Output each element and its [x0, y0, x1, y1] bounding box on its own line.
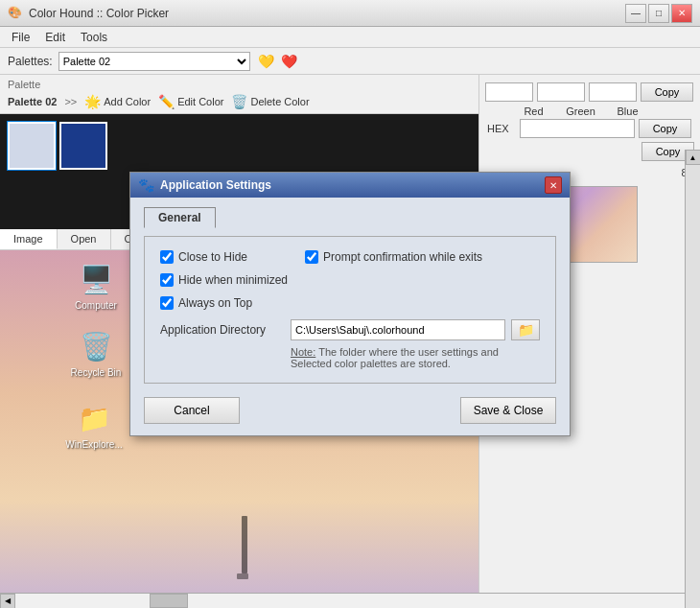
settings-panel: Close to Hide Prompt confirmation while …: [144, 236, 556, 384]
settings-row-1: Close to Hide Prompt confirmation while …: [160, 250, 540, 264]
dialog-tab-general[interactable]: General: [144, 207, 216, 228]
app-dir-input[interactable]: [291, 319, 505, 340]
hide-when-min-item: Hide when minimized: [160, 273, 288, 287]
settings-row-3: Always on Top: [160, 296, 540, 310]
always-on-top-item: Always on Top: [160, 296, 252, 310]
dialog-title-bar: 🐾 Application Settings ✕: [130, 173, 570, 198]
always-on-top-label: Always on Top: [178, 296, 252, 310]
close-to-hide-checkbox[interactable]: [160, 250, 174, 264]
dialog-close-btn[interactable]: ✕: [545, 176, 562, 194]
note-content: The folder where the user settings and S…: [291, 346, 499, 369]
close-to-hide-label: Close to Hide: [178, 250, 247, 264]
app-dir-row: Application Directory 📁: [160, 319, 540, 340]
prompt-confirm-checkbox[interactable]: [305, 250, 318, 264]
hide-when-min-label: Hide when minimized: [178, 273, 288, 287]
modal-overlay: 🐾 Application Settings ✕ General Close t…: [0, 0, 700, 608]
dialog-title: Application Settings: [160, 178, 271, 192]
dialog-buttons: Cancel Save & Close: [144, 393, 556, 426]
note-text: Note: The folder where the user settings…: [160, 346, 540, 369]
browse-btn[interactable]: 📁: [511, 319, 540, 340]
hide-when-min-checkbox[interactable]: [160, 273, 174, 287]
prompt-confirm-item: Prompt confirmation while exits: [305, 250, 482, 264]
prompt-confirm-label: Prompt confirmation while exits: [323, 250, 482, 264]
settings-row-2: Hide when minimized: [160, 273, 540, 287]
dialog-icon: 🐾: [138, 177, 154, 193]
application-settings-dialog: 🐾 Application Settings ✕ General Close t…: [129, 172, 571, 436]
dialog-body: General Close to Hide Prompt confirmatio…: [130, 198, 570, 435]
close-to-hide-item: Close to Hide: [160, 250, 247, 264]
app-dir-label: Application Directory: [160, 323, 285, 337]
dialog-tab-bar: General: [144, 207, 556, 228]
save-close-button[interactable]: Save & Close: [460, 397, 556, 424]
cancel-button[interactable]: Cancel: [144, 397, 240, 424]
always-on-top-checkbox[interactable]: [160, 296, 174, 310]
